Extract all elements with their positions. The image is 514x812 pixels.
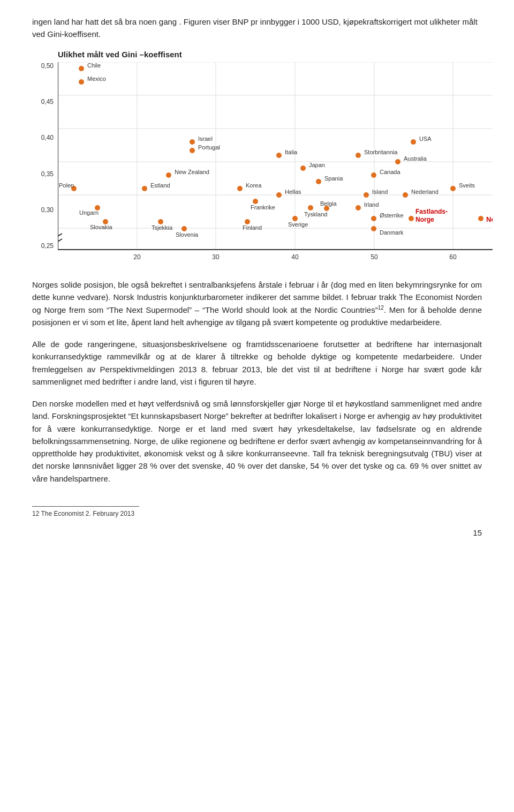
page-number: 15: [32, 528, 482, 537]
dot-slovenia: [182, 226, 187, 231]
svg-text:20: 20: [133, 253, 141, 261]
dot-portugal: [190, 148, 195, 153]
dot-israel: [190, 139, 195, 145]
label-belgia: Belgia: [320, 200, 337, 207]
svg-line-15: [58, 239, 62, 244]
dot-estland: [142, 186, 147, 191]
label-frankrike: Frankrike: [251, 204, 275, 210]
svg-text:30: 30: [212, 253, 220, 261]
label-irland: Irland: [364, 201, 379, 208]
label-storbritannia: Storbritannia: [364, 149, 398, 155]
label-osterrike: Østerrike: [380, 212, 404, 219]
dot-canada: [371, 172, 376, 178]
label-danmark: Danmark: [380, 229, 404, 236]
label-canada: Canada: [380, 169, 400, 175]
paragraph-1: Norges solide posisjon, ble også bekreft…: [32, 279, 482, 328]
label-israel: Israel: [198, 136, 213, 142]
dot-storbritannia: [356, 153, 361, 158]
dot-norge: [478, 216, 483, 221]
label-fastlands-norge-2: Norge: [415, 216, 434, 223]
dot-danmark: [371, 226, 376, 231]
label-chile: Chile: [87, 62, 101, 69]
paragraph-3: Den norske modellen med et høyt velferds…: [32, 397, 482, 485]
y-label-030: 0,30: [41, 206, 56, 214]
dot-spania: [316, 179, 321, 184]
dot-osterrike: [371, 216, 376, 221]
label-sverige: Sverige: [288, 221, 308, 228]
label-tsjekkia: Tsjekkia: [152, 224, 173, 231]
dot-japan: [300, 166, 306, 171]
label-new-zealand: New Zealand: [175, 169, 209, 175]
dot-italia: [276, 153, 282, 158]
scatter-chart: 20 30 40 50 60 Chile Mexico Israel Portu…: [58, 62, 493, 266]
svg-text:50: 50: [371, 253, 378, 261]
y-label-045: 0,45: [41, 98, 56, 106]
label-nederland: Nederland: [411, 189, 439, 195]
chart-container: Ulikhet målt ved Gini –koeffisent 0,50 0…: [32, 50, 493, 266]
label-slovakia: Slovakia: [90, 224, 112, 230]
label-norge: Norge: [486, 215, 493, 223]
dot-sverige: [292, 216, 298, 221]
dot-nederland: [403, 192, 408, 198]
label-finland: Finland: [243, 224, 262, 231]
footnote: 12 The Economist 2. February 2013: [32, 506, 139, 517]
y-label-040: 0,40: [41, 134, 56, 141]
svg-text:40: 40: [291, 253, 299, 261]
dot-frankrike: [253, 199, 258, 204]
dot-island: [364, 192, 369, 198]
label-polen: Polen: [59, 182, 74, 189]
label-sveits: Sveits: [459, 182, 475, 189]
chart-title: Ulikhet målt ved Gini –koeffisent: [58, 50, 493, 59]
dot-tsjekkia: [158, 219, 163, 224]
label-australia: Australia: [404, 155, 427, 162]
label-hellas: Hellas: [285, 189, 301, 195]
label-spania: Spania: [324, 175, 343, 182]
label-slovenia: Slovenia: [176, 231, 199, 238]
dot-fastlands-norge: [409, 216, 414, 221]
dot-mexico: [79, 79, 84, 85]
dot-usa: [411, 139, 416, 145]
label-korea: Korea: [246, 182, 262, 189]
label-island: Island: [372, 189, 388, 195]
label-mexico: Mexico: [87, 76, 106, 82]
dot-hellas: [276, 192, 282, 198]
label-estland: Estland: [150, 182, 170, 189]
label-usa: USA: [419, 136, 432, 142]
label-tyskland: Tyskland: [304, 211, 327, 217]
label-italia: Italia: [285, 149, 298, 155]
y-label-050: 0,50: [41, 62, 56, 70]
dot-new-zealand: [166, 172, 171, 178]
y-label-025: 0,25: [41, 242, 56, 250]
y-label-035: 0,35: [41, 170, 56, 178]
dot-sveits: [450, 186, 456, 191]
dot-finland: [245, 219, 250, 224]
svg-text:60: 60: [449, 253, 457, 261]
label-japan: Japan: [309, 162, 325, 168]
dot-chile: [79, 66, 84, 71]
paragraph-2: Alle de gode rangeringene, situasjonsbes…: [32, 338, 482, 388]
dot-tyskland: [308, 205, 313, 210]
dot-korea: [237, 186, 243, 191]
label-fastlands-norge: Fastlands-: [415, 208, 448, 215]
label-portugal: Portugal: [198, 144, 220, 151]
dot-irland: [356, 205, 361, 210]
dot-australia: [395, 159, 400, 164]
intro-paragraph: ingen land har hatt det så bra noen gang…: [32, 16, 482, 40]
svg-line-14: [58, 234, 62, 239]
footnote-ref-12: 12: [378, 305, 384, 311]
label-ungarn: Ungarn: [79, 209, 99, 216]
